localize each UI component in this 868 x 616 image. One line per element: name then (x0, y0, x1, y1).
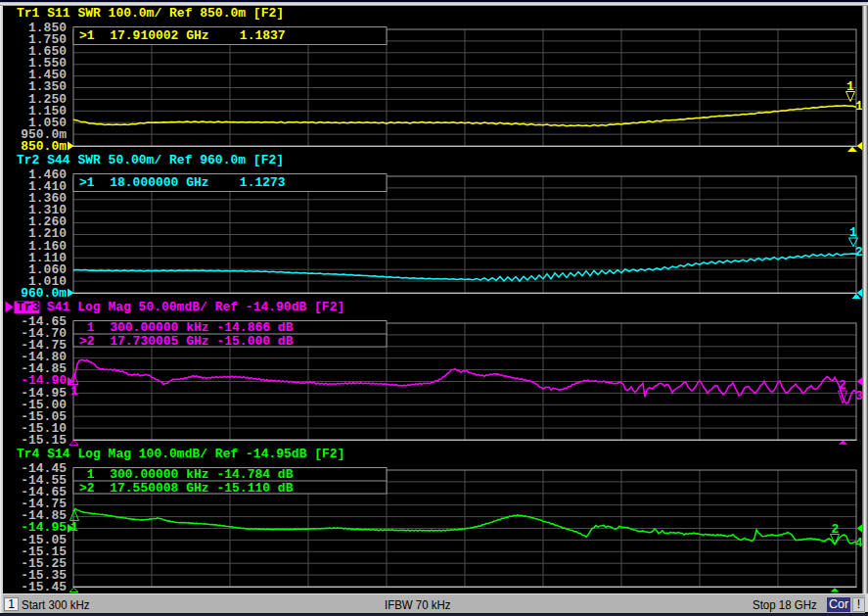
svg-text:1: 1 (70, 384, 78, 399)
svg-text:850.0m: 850.0m (21, 139, 67, 154)
svg-text:>2 17.730005 GHz -15.000 dB: >2 17.730005 GHz -15.000 dB (79, 334, 294, 349)
svg-text:Tr3: Tr3 (17, 300, 40, 314)
svg-text:>1 17.910002 GHz 1.1837: >1 17.910002 GHz 1.1837 (79, 28, 286, 43)
svg-text:2: 2 (839, 378, 846, 393)
svg-text:S41 Log Mag 50.00mdB/ Ref -14.: S41 Log Mag 50.00mdB/ Ref -14.90dB [F2] (47, 300, 344, 314)
svg-text:-15.15: -15.15 (21, 433, 67, 448)
svg-text:-15.45: -15.45 (21, 580, 67, 594)
svg-text:Tr1 S11 SWR 100.0m/ Ref 850.0m: Tr1 S11 SWR 100.0m/ Ref 850.0m [F2] (17, 6, 284, 21)
svg-text:Tr2 S44 SWR 50.00m/ Ref 960.0m: Tr2 S44 SWR 50.00m/ Ref 960.0m [F2] (17, 153, 284, 167)
svg-text:>2 17.550008 GHz -15.110 dB: >2 17.550008 GHz -15.110 dB (79, 481, 294, 496)
svg-text:1: 1 (70, 520, 78, 535)
svg-text:Tr4 S14 Log Mag 100.0mdB/ Ref: Tr4 S14 Log Mag 100.0mdB/ Ref -14.95dB [… (17, 447, 344, 461)
svg-text:960.0m: 960.0m (21, 286, 67, 301)
svg-text:>1 18.000000 GHz 1.1273: >1 18.000000 GHz 1.1273 (79, 175, 286, 190)
